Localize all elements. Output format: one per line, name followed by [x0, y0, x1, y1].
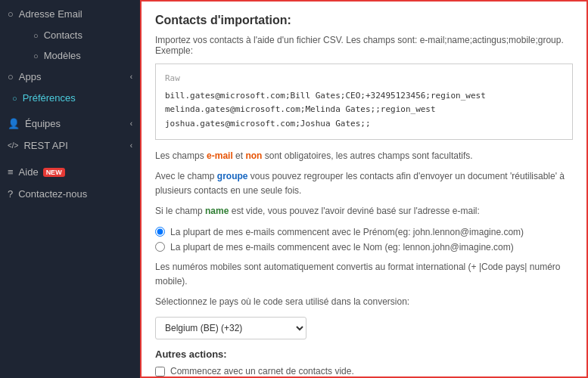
sidebar-item-label: Équipes: [25, 118, 61, 129]
sidebar-item-rest-api[interactable]: </> REST API ‹: [0, 135, 140, 156]
chevron-icon: ‹: [130, 141, 132, 150]
user-icon: 👤: [8, 118, 20, 129]
sidebar-item-apps[interactable]: ○ Apps ‹: [0, 66, 140, 88]
group-highlight: groupe: [217, 171, 248, 181]
main-content: Contacts d'importation: Importez vos con…: [140, 0, 588, 378]
page-title: Contacts d'importation:: [155, 14, 573, 27]
info-name-field: Si le champ name est vide, vous pouvez l…: [155, 204, 573, 218]
info-mobile-line2: Sélectionnez le pays où le code sera uti…: [155, 295, 573, 309]
sidebar-item-label: Adresse Email: [19, 8, 82, 20]
sidebar-item-label: Contacts: [44, 29, 82, 41]
sidebar-item-label: Contactez-nous: [18, 188, 87, 200]
autres-actions-label: Autres actions:: [155, 349, 573, 360]
chevron-icon: ‹: [130, 119, 132, 128]
sidebar-item-preferences[interactable]: ○ Préférences: [0, 88, 140, 108]
circle-icon: ○: [8, 8, 14, 20]
circle-icon: ○: [8, 71, 14, 82]
code-icon: </>: [8, 141, 18, 150]
code-line-1: bill.gates@microsoft.com;Bill Gates;CEO;…: [165, 89, 563, 104]
radio-item-nom: La plupart de mes e-mails commencent ave…: [155, 242, 573, 253]
country-dropdown-wrap: Belgium (BE) (+32) France (FR) (+33) Ger…: [155, 317, 573, 339]
sidebar-item-label: Préférences: [23, 92, 76, 104]
chevron-icon: ‹: [130, 73, 132, 81]
sidebar-item-contacts[interactable]: ○ Contacts: [21, 25, 140, 45]
circle-icon: ○: [33, 51, 39, 60]
checkbox-group: Commencez avec un carnet de contacts vid…: [155, 366, 573, 378]
sidebar-item-contactez-nous[interactable]: ? Contactez-nous: [0, 183, 140, 205]
sidebar-item-label: Modèles: [44, 50, 81, 61]
country-dropdown[interactable]: Belgium (BE) (+32) France (FR) (+33) Ger…: [155, 317, 306, 339]
question-icon: ?: [8, 188, 13, 200]
radio-prenom-label: La plupart de mes e-mails commencent ave…: [170, 227, 524, 237]
subtitle-text: Importez vos contacts à l'aide d'un fich…: [155, 35, 573, 56]
code-label: Raw: [165, 72, 563, 86]
sidebar-item-label: Aide: [19, 166, 39, 178]
radio-nom-label: La plupart de mes e-mails commencent ave…: [170, 242, 514, 253]
checkbox-vide-input[interactable]: [155, 367, 165, 376]
radio-nom-input[interactable]: [155, 242, 165, 252]
info-mobile-line1: Les numéros mobiles sont automatiquement…: [155, 260, 573, 289]
checkbox-item-vide: Commencez avec un carnet de contacts vid…: [155, 366, 573, 376]
radio-prenom-input[interactable]: [155, 227, 165, 237]
sidebar-item-label: REST API: [23, 140, 67, 151]
non-highlight: non: [245, 150, 262, 161]
circle-icon: ○: [33, 31, 39, 40]
radio-item-prenom: La plupart de mes e-mails commencent ave…: [155, 227, 573, 237]
info-required-fields: Les champs e-mail et non sont obligatoir…: [155, 149, 573, 163]
code-line-3: joshua.gates@microsoft.com;Joshua Gates;…: [165, 117, 563, 132]
info-group-field: Avec le champ groupe vous pouvez regroup…: [155, 169, 573, 198]
email-highlight: e-mail: [207, 150, 233, 161]
sidebar-item-equipes[interactable]: 👤 Équipes ‹: [0, 113, 140, 135]
checkbox-vide-label: Commencez avec un carnet de contacts vid…: [170, 366, 354, 376]
menu-icon: ≡: [8, 166, 14, 178]
name-highlight: name: [205, 206, 229, 216]
sidebar-item-aide[interactable]: ≡ Aide NEW: [0, 161, 140, 183]
code-example-box: Raw bill.gates@microsoft.com;Bill Gates;…: [155, 64, 573, 140]
sidebar: ○ Adresse Email ○ Contacts ○ Modèles ○ A…: [0, 0, 140, 378]
new-badge: NEW: [43, 168, 65, 177]
sidebar-item-label: Apps: [19, 71, 42, 82]
radio-group-name: La plupart de mes e-mails commencent ave…: [155, 227, 573, 253]
circle-icon: ○: [12, 94, 17, 103]
sidebar-item-modeles[interactable]: ○ Modèles: [21, 45, 140, 66]
code-line-2: melinda.gates@microsoft.com;Melinda Gate…: [165, 103, 563, 117]
sidebar-item-address-email[interactable]: ○ Adresse Email: [0, 3, 140, 25]
